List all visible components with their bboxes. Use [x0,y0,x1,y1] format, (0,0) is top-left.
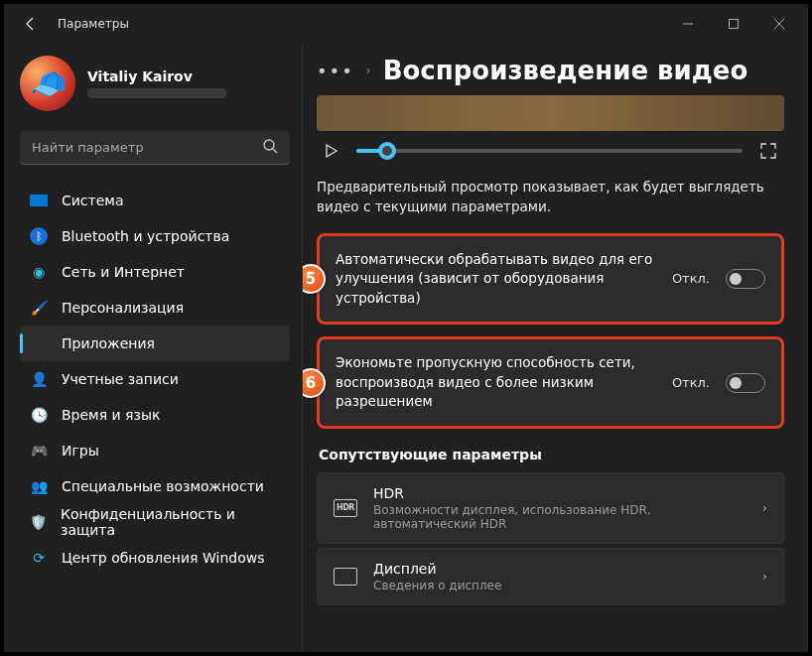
breadcrumb-more[interactable]: ••• [317,61,354,81]
wifi-icon: ◉ [30,263,48,281]
related-title: Дисплей [373,561,746,577]
setting-label: Экономьте пропускную способность сети, в… [336,353,656,412]
user-name: Vitaliy Kairov [87,68,226,84]
related-sub: Возможности дисплея, использование HDR, … [373,503,746,531]
brush-icon: 🖌️ [30,299,48,317]
nav-label: Время и язык [62,407,160,423]
search-icon [262,138,278,154]
step-badge-6: 6 [302,368,326,398]
hdr-icon: HDR [334,499,357,517]
avatar: 🧢 [20,56,75,111]
setting-auto-process: 5 Автоматически обрабатывать видео для е… [317,233,784,326]
svg-line-3 [273,149,277,153]
user-profile[interactable]: 🧢 Vitaliy Kairov [20,52,290,115]
related-display[interactable]: Дисплей Сведения о дисплее › [317,548,784,605]
nav-label: Система [62,193,123,208]
user-email-redacted [87,88,226,98]
nav-apps[interactable]: Приложения [20,326,290,361]
step-badge-5: 5 [302,264,326,294]
nav-label: Центр обновления Windows [62,550,264,566]
accessibility-icon: 👥 [30,477,48,495]
nav-gaming[interactable]: 🎮Игры [20,433,290,468]
bluetooth-icon: ᛒ [30,227,48,245]
sidebar: 🧢 Vitaliy Kairov Система ᛒBluetooth и ус… [4,44,302,652]
related-sub: Сведения о дисплее [373,579,746,592]
update-icon: ⟳ [30,549,48,567]
nav-label: Специальные возможности [62,478,264,494]
apps-icon [30,334,48,352]
nav-bluetooth[interactable]: ᛒBluetooth и устройства [20,218,290,254]
page-title: Воспроизведение видео [383,56,748,85]
gamepad-icon: 🎮 [30,442,48,459]
window-title: Параметры [58,17,129,31]
fullscreen-icon[interactable] [760,143,776,159]
search-box[interactable] [20,131,290,165]
video-preview [317,95,784,131]
nav-label: Приложения [62,335,155,351]
toggle-switch[interactable] [726,269,765,289]
minimize-button[interactable] [665,8,711,40]
related-title: HDR [373,485,746,501]
breadcrumb: ••• › Воспроизведение видео [317,56,784,85]
maximize-button[interactable] [711,8,756,40]
nav-personalization[interactable]: 🖌️Персонализация [20,290,290,326]
nav-label: Игры [62,443,99,459]
nav-label: Учетные записи [62,371,179,387]
nav-privacy[interactable]: 🛡️Конфиденциальность и защита [20,504,290,540]
nav-label: Bluetooth и устройства [62,228,229,244]
search-input[interactable] [20,131,290,165]
display-icon [334,568,357,586]
related-heading: Сопутствующие параметры [319,447,784,462]
video-slider[interactable] [356,149,743,153]
close-button[interactable] [756,8,802,40]
nav-label: Конфиденциальность и защита [61,506,280,538]
svg-point-2 [264,140,274,150]
settings-window: Параметры 🧢 Vitaliy Kairov С [0,0,812,656]
nav-label: Сеть и Интернет [62,264,185,280]
preview-description: Предварительный просмотр показывает, как… [317,177,784,217]
person-icon: 👤 [30,370,48,388]
toggle-switch[interactable] [726,373,765,393]
nav-label: Персонализация [62,300,184,316]
titlebar: Параметры [4,4,808,44]
setting-save-bandwidth: 6 Экономьте пропускную способность сети,… [317,336,784,429]
nav-windows-update[interactable]: ⟳Центр обновления Windows [20,540,290,576]
system-icon [30,195,48,206]
back-button[interactable] [16,9,46,39]
svg-rect-1 [730,20,739,29]
nav-list: Система ᛒBluetooth и устройства ◉Сеть и … [20,183,290,576]
content-area: ••• › Воспроизведение видео Предваритель… [302,44,808,652]
setting-label: Автоматически обрабатывать видео для его… [336,250,656,309]
nav-system[interactable]: Система [20,183,290,218]
nav-time-language[interactable]: 🕓Время и язык [20,397,290,433]
play-icon[interactable] [325,144,338,158]
toggle-state: Откл. [672,375,710,390]
nav-accessibility[interactable]: 👥Специальные возможности [20,468,290,504]
chevron-right-icon: › [762,569,767,584]
nav-accounts[interactable]: 👤Учетные записи [20,361,290,397]
shield-icon: 🛡️ [30,513,47,531]
clock-icon: 🕓 [30,406,48,424]
related-hdr[interactable]: HDR HDR Возможности дисплея, использован… [317,472,784,544]
nav-network[interactable]: ◉Сеть и Интернет [20,254,290,290]
chevron-right-icon: › [366,64,371,77]
preview-controls [317,139,784,177]
chevron-right-icon: › [762,500,767,515]
toggle-state: Откл. [672,271,710,286]
